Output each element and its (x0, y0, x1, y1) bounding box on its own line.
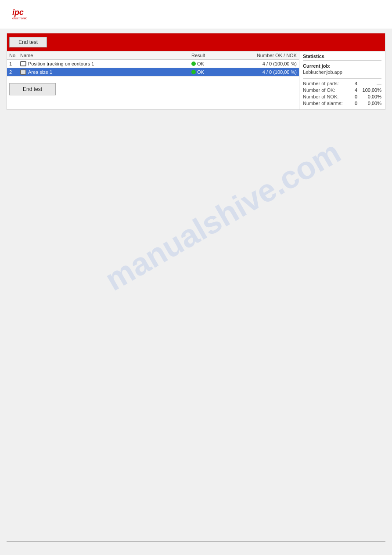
end-test-button-top[interactable]: End test (9, 37, 47, 47)
end-test-button-bottom[interactable]: End test (9, 83, 56, 95)
footer-line (7, 541, 385, 542)
table-row[interactable]: 2 Area size 1 OK 4 / 0 (100,00 %) (7, 68, 299, 76)
parts-value: 4 (346, 81, 357, 86)
col-header-name: Name (20, 53, 191, 58)
parts-label: Number of parts: (303, 81, 346, 86)
logo-area: ipc electronic (0, 0, 392, 29)
main-container: End test No. Name Result Number OK / NOK… (7, 33, 385, 110)
row-2-no: 2 (9, 69, 20, 75)
row-1-no: 1 (9, 61, 20, 66)
job-name: Lebkuchenjob.app (303, 69, 381, 75)
stats-row-ok: Number of OK: 4 100,00% (303, 87, 381, 93)
position-icon (20, 61, 26, 66)
row-2-result: OK (191, 69, 227, 75)
nok-pct: 0,00% (357, 94, 381, 99)
alarms-pct: 0,00% (357, 101, 381, 106)
ok-dot (191, 70, 196, 74)
content-area: No. Name Result Number OK / NOK 1 Positi… (7, 51, 385, 109)
col-header-no: No. (9, 53, 20, 58)
row-2-number: 4 / 0 (100,00 %) (227, 69, 297, 75)
stats-row-nok: Number of NOK: 0 0,00% (303, 94, 381, 99)
logo-text: ipc (12, 8, 24, 17)
table-row[interactable]: 1 Position tracking on contours 1 OK 4 /… (7, 60, 299, 68)
current-job-label: Current job: (303, 63, 381, 69)
row-1-number: 4 / 0 (100,00 %) (227, 61, 297, 66)
ok-value: 4 (346, 87, 357, 93)
left-panel: No. Name Result Number OK / NOK 1 Positi… (7, 51, 299, 109)
ok-dot (191, 62, 196, 66)
col-header-result: Result (191, 53, 227, 58)
nok-label: Number of NOK: (303, 94, 346, 99)
stats-row-alarms: Number of alarms: 0 0,00% (303, 101, 381, 106)
logo-sub: electronic (12, 16, 27, 20)
red-header: End test (7, 33, 385, 51)
nok-value: 0 (346, 94, 357, 99)
parts-pct: — (357, 81, 381, 86)
ok-pct: 100,00% (357, 87, 381, 93)
table-header: No. Name Result Number OK / NOK (7, 51, 299, 60)
bottom-btn-area: End test (7, 76, 299, 102)
row-1-result: OK (191, 61, 227, 66)
alarms-value: 0 (346, 101, 357, 106)
area-icon (20, 69, 26, 75)
logo: ipc electronic (7, 4, 33, 24)
row-1-name: Position tracking on contours 1 (20, 61, 191, 66)
stats-row-parts: Number of parts: 4 — (303, 81, 381, 86)
alarms-label: Number of alarms: (303, 101, 346, 106)
ok-label: Number of OK: (303, 87, 346, 93)
watermark: manualshive.com (99, 134, 346, 297)
stats-divider (303, 78, 381, 79)
row-2-name: Area size 1 (20, 69, 191, 75)
col-header-number: Number OK / NOK (227, 53, 297, 58)
statistics-header: Statistics (303, 54, 381, 61)
statistics-panel: Statistics Current job: Lebkuchenjob.app… (299, 51, 385, 109)
